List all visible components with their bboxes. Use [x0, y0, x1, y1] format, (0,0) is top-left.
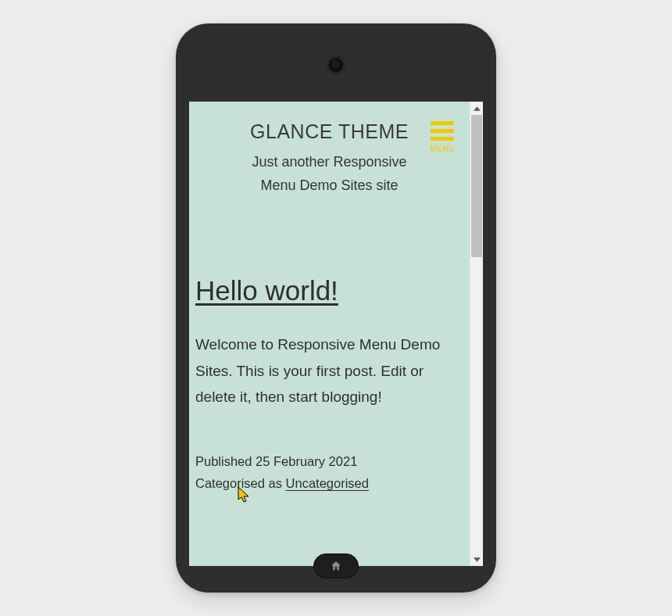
post-body: Welcome to Responsive Menu Demo Sites. T… [195, 331, 463, 410]
scroll-up-button[interactable] [470, 102, 483, 115]
phone-screen: GLANCE THEME Just another Responsive Men… [189, 102, 483, 566]
menu-label: MENU [427, 145, 458, 153]
post: Hello world! Welcome to Responsive Menu … [189, 275, 470, 494]
published-date: 25 February 2021 [256, 454, 357, 468]
home-icon [330, 560, 342, 572]
category-link[interactable]: Uncategorised [286, 476, 369, 490]
hamburger-icon [427, 121, 458, 141]
scroll-thumb[interactable] [471, 115, 482, 257]
phone-home-button[interactable] [313, 553, 359, 578]
menu-button[interactable]: MENU [427, 121, 458, 153]
phone-frame: GLANCE THEME Just another Responsive Men… [176, 23, 496, 593]
published-prefix: Published [195, 454, 256, 468]
site-header: GLANCE THEME Just another Responsive Men… [189, 102, 470, 197]
scroll-down-button[interactable] [470, 553, 483, 566]
svg-marker-0 [474, 106, 481, 110]
published-line: Published 25 February 2021 [195, 450, 463, 472]
phone-camera [327, 56, 345, 74]
categorised-prefix: Categorised as [195, 476, 286, 490]
site-tagline: Just another Responsive Menu Demo Sites … [197, 151, 462, 197]
site-title[interactable]: GLANCE THEME [197, 120, 462, 143]
vertical-scrollbar[interactable] [470, 102, 483, 566]
page-viewport[interactable]: GLANCE THEME Just another Responsive Men… [189, 102, 470, 566]
post-meta: Published 25 February 2021 Categorised a… [195, 450, 463, 494]
post-title-link[interactable]: Hello world! [195, 275, 463, 306]
category-line: Categorised as Uncategorised [195, 472, 463, 494]
svg-marker-1 [474, 557, 481, 561]
